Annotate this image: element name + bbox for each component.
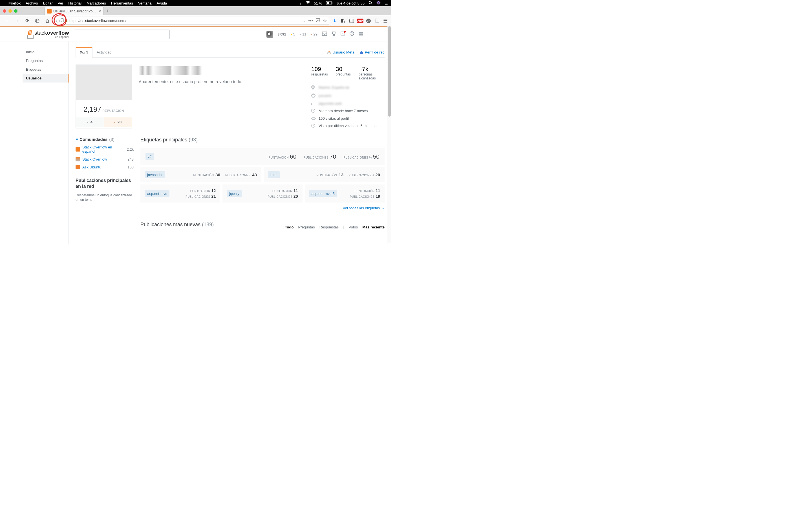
menu-editar[interactable]: Editar (43, 1, 53, 5)
home-button[interactable] (43, 17, 51, 25)
menu-archivo[interactable]: Archivo (26, 1, 38, 5)
bookmark-star-icon[interactable]: ☆ (323, 18, 327, 23)
new-tab-button[interactable]: + (104, 7, 112, 15)
community-row[interactable]: Stack Overflow243 (75, 157, 134, 161)
achievements-icon[interactable] (332, 31, 336, 37)
sidebar-item-usuarios[interactable]: Usuarios (22, 74, 68, 82)
menu-icon[interactable]: ☰ (385, 1, 388, 5)
sidebar-item-inicio[interactable]: Inicio (22, 48, 68, 56)
tag-badge[interactable]: javascript (145, 171, 165, 178)
minimize-window-icon[interactable] (8, 9, 12, 13)
forward-button[interactable]: → (13, 17, 21, 25)
filter-respuestas[interactable]: Respuestas (319, 225, 339, 229)
profile-top: 2,197 REPUTACIÓN ● 4 ● 20 Aparentemente,… (75, 64, 385, 128)
menu-marcadores[interactable]: Marcadores (87, 1, 106, 5)
profile-username-redacted (139, 66, 218, 75)
datetime[interactable]: Jue 4 de oct 8:36 (336, 1, 364, 5)
gold-badge-count: ● 5 (291, 32, 295, 36)
battery-icon[interactable] (326, 1, 333, 5)
reload-button[interactable]: ⟳ (23, 17, 31, 25)
menu-ver[interactable]: Ver (58, 1, 63, 5)
extension-box-icon[interactable] (374, 18, 380, 24)
macos-menubar: Firefox Archivo Editar Ver Historial Mar… (0, 0, 391, 6)
tab-actividad[interactable]: Actividad (93, 47, 116, 57)
sidebar-icon[interactable] (349, 18, 355, 24)
url-bar[interactable]: ⓘ https://es.stackoverflow.com/users/ ⌄ … (54, 17, 329, 25)
link-usuario-meta[interactable]: Usuario Meta (327, 50, 354, 54)
so-logo[interactable]: stackoverflow en español (26, 30, 69, 39)
silver-badges[interactable]: ● 4 (76, 117, 104, 127)
community-row[interactable]: Ask Ubuntu103 (75, 165, 134, 169)
site-switcher-icon[interactable] (359, 31, 363, 37)
firefox-menu-button[interactable]: ☰ (382, 18, 389, 24)
left-sidebar: Inicio Preguntas Etiquetas Usuarios (0, 41, 69, 244)
menu-herramientas[interactable]: Herramientas (111, 1, 133, 5)
svg-rect-2 (327, 2, 329, 4)
shield-icon[interactable] (61, 18, 64, 23)
filter-todo[interactable]: Todo (285, 225, 294, 229)
page-scrollbar[interactable] (388, 26, 391, 243)
network-icon (359, 50, 363, 54)
siri-icon[interactable] (376, 1, 380, 6)
see-all-tags-link[interactable]: Ver todas las etiquetas → (343, 206, 385, 210)
community-row[interactable]: Stack Overflow en español2.2k (75, 145, 134, 154)
downloads-icon[interactable]: ⬇ (332, 18, 338, 24)
lock-icon[interactable] (65, 18, 68, 23)
pocket-icon[interactable] (316, 18, 320, 23)
communities-heading: ≡Comunidades (3) (75, 137, 134, 142)
top-tags-row3: asp.net-mvc Puntuación12Publicaciones21 … (140, 184, 385, 203)
window-controls[interactable] (3, 9, 17, 13)
bluetooth-icon[interactable]: ᛒ (299, 1, 302, 5)
tab-perfil[interactable]: Perfil (75, 47, 93, 58)
tag-badge[interactable]: html (268, 171, 280, 178)
filter-preguntas[interactable]: Preguntas (298, 225, 315, 229)
svg-point-5 (377, 1, 380, 5)
menu-ventana[interactable]: Ventana (138, 1, 152, 5)
profile-stats: 109respuestas 30preguntas ~7kpersonas al… (311, 64, 385, 128)
so-header: stackoverflow en español 3,091 ● 5 ● 11 … (0, 27, 391, 41)
header-reputation[interactable]: 3,091 (278, 33, 286, 36)
extension-bplus-icon[interactable]: B+ (365, 18, 371, 24)
browser-tab[interactable]: Usuario Juan Salvador Portugal ✕ (45, 7, 104, 15)
url-dropdown-icon[interactable]: ⌄ (302, 18, 305, 23)
library-icon[interactable] (340, 18, 346, 24)
tab-close-icon[interactable]: ✕ (98, 9, 101, 13)
tag-badge[interactable]: c# (146, 153, 154, 160)
tag-badge[interactable]: asp.net-mvc-5 (309, 190, 337, 197)
inbox-icon[interactable] (322, 31, 327, 37)
browser-tabbar: Usuario Juan Salvador Portugal ✕ + (0, 6, 391, 15)
app-name[interactable]: Firefox (8, 1, 20, 5)
so-search-input[interactable] (74, 30, 170, 39)
help-icon[interactable]: ? (350, 31, 354, 37)
wifi-icon[interactable] (306, 1, 310, 5)
bronze-badges[interactable]: ● 20 (104, 117, 132, 127)
profile-avatar[interactable] (76, 65, 132, 100)
top-tags-row2: javascript Puntuación 30Publicaciones 43… (140, 167, 385, 182)
maximize-window-icon[interactable] (14, 9, 17, 13)
globe-icon[interactable] (33, 17, 41, 25)
tag-badge[interactable]: jquery (227, 190, 241, 197)
link-perfil-red[interactable]: Perfil de red (359, 50, 385, 54)
scrollbar-thumb[interactable] (388, 26, 391, 117)
history-icon (311, 124, 316, 128)
url-actions-icon[interactable]: ••• (308, 18, 313, 23)
sort-reciente[interactable]: Más reciente (362, 225, 385, 229)
tab-title: Usuario Juan Salvador Portugal (53, 9, 97, 13)
tag-badge[interactable]: asp.net-mvc (145, 190, 169, 197)
svg-rect-14 (350, 19, 354, 22)
spotlight-icon[interactable] (368, 1, 372, 6)
back-button[interactable]: ← (3, 17, 11, 25)
close-window-icon[interactable] (3, 9, 6, 13)
sort-votos[interactable]: Votos (349, 225, 358, 229)
review-icon[interactable] (341, 31, 345, 37)
top-tag-main: c# Puntuación60 Publicaciones70 Publicac… (140, 148, 385, 165)
user-avatar-icon[interactable] (266, 31, 273, 38)
adblock-icon[interactable]: ABP (357, 18, 363, 24)
sidebar-item-etiquetas[interactable]: Etiquetas (22, 65, 68, 74)
stat-alcance: ~7k (359, 66, 385, 72)
sidebar-item-preguntas[interactable]: Preguntas (22, 56, 68, 65)
eye-icon (311, 116, 316, 121)
info-icon[interactable]: ⓘ (56, 18, 60, 23)
menu-historial[interactable]: Historial (68, 1, 82, 5)
menu-ayuda[interactable]: Ayuda (157, 1, 167, 5)
